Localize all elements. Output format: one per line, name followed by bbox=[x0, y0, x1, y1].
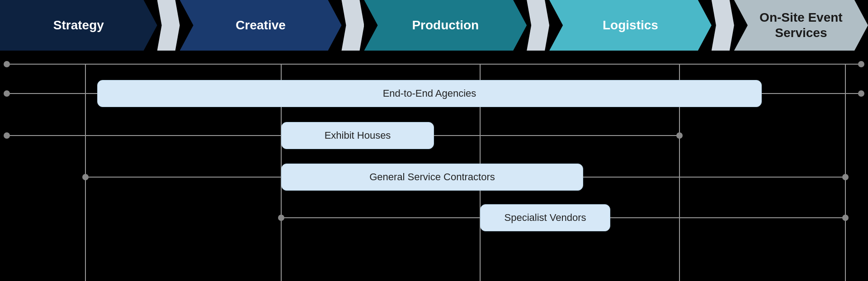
arrow-production-label: Production bbox=[412, 18, 479, 33]
connector-1 bbox=[157, 0, 180, 51]
service-box-end-to-end: End-to-End Agencies bbox=[97, 80, 762, 107]
main-container: Strategy Creative Production Logistics bbox=[0, 0, 868, 281]
arrow-logistics-shape: Logistics bbox=[549, 0, 712, 51]
svg-point-17 bbox=[82, 174, 89, 180]
service-box-end-to-end-label: End-to-End Agencies bbox=[383, 88, 476, 99]
connector-3 bbox=[527, 0, 549, 51]
arrow-creative-label: Creative bbox=[236, 18, 286, 33]
connector-shape-1 bbox=[157, 0, 180, 51]
service-box-exhibit-houses-label: Exhibit Houses bbox=[325, 130, 391, 141]
arrow-production-shape: Production bbox=[364, 0, 527, 51]
svg-point-23 bbox=[842, 215, 849, 221]
arrow-logistics: Logistics bbox=[549, 0, 712, 51]
svg-point-11 bbox=[858, 90, 864, 97]
svg-point-9 bbox=[4, 90, 10, 97]
svg-point-13 bbox=[4, 132, 10, 139]
arrow-strategy: Strategy bbox=[0, 0, 157, 51]
connector-2 bbox=[341, 0, 364, 51]
arrow-strategy-shape: Strategy bbox=[0, 0, 157, 51]
arrow-creative-shape: Creative bbox=[180, 0, 342, 51]
svg-point-2 bbox=[858, 61, 864, 67]
arrow-strategy-label: Strategy bbox=[53, 18, 104, 33]
arrow-onsite: On-Site EventServices bbox=[734, 0, 868, 51]
service-box-specialist-vendors: Specialist Vendors bbox=[480, 204, 610, 231]
arrows-row: Strategy Creative Production Logistics bbox=[0, 0, 868, 51]
connector-4 bbox=[712, 0, 734, 51]
service-box-general-service: General Service Contractors bbox=[281, 164, 583, 191]
diagram-area: End-to-End Agencies Exhibit Houses Gener… bbox=[0, 51, 868, 281]
arrow-production: Production bbox=[364, 0, 527, 51]
arrow-creative: Creative bbox=[180, 0, 342, 51]
arrow-onsite-label: On-Site EventServices bbox=[760, 10, 843, 40]
service-box-exhibit-houses: Exhibit Houses bbox=[281, 122, 434, 149]
svg-point-19 bbox=[842, 174, 849, 180]
service-box-specialist-vendors-label: Specialist Vendors bbox=[505, 212, 586, 224]
arrow-logistics-label: Logistics bbox=[603, 18, 658, 33]
connector-shape-3 bbox=[527, 0, 549, 51]
service-box-general-service-label: General Service Contractors bbox=[369, 171, 495, 183]
arrow-onsite-shape: On-Site EventServices bbox=[734, 0, 868, 51]
connector-shape-4 bbox=[712, 0, 734, 51]
connector-shape-2 bbox=[341, 0, 364, 51]
svg-point-15 bbox=[676, 132, 683, 139]
svg-point-1 bbox=[4, 61, 10, 67]
svg-point-21 bbox=[278, 215, 284, 221]
